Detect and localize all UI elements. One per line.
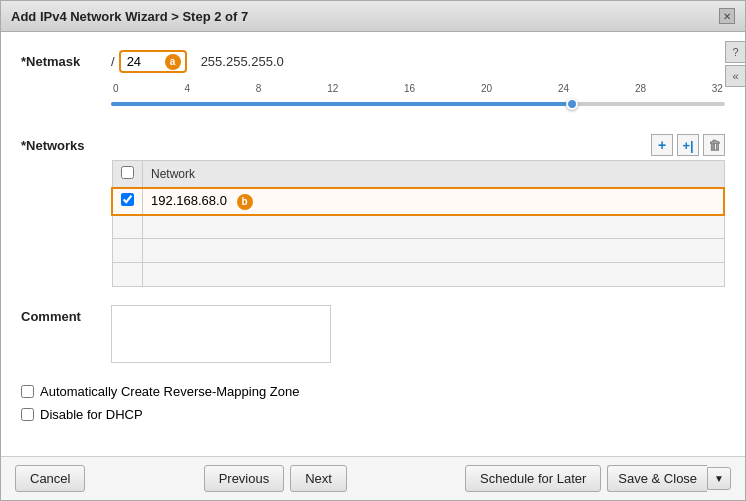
netmask-cidr-display: 255.255.255.0 [201,54,284,69]
reverse-mapping-checkbox[interactable] [21,385,34,398]
netmask-label: *Netmask [21,50,111,69]
footer-center: Previous Next [204,465,347,492]
row-checkbox-cell [112,188,143,215]
cancel-button[interactable]: Cancel [15,465,85,492]
table-row-empty-1 [112,215,724,239]
slash-label: / [111,54,115,69]
slider-fill [111,102,572,106]
empty-value-cell-2 [143,239,725,263]
wizard-content: *Netmask / a 255.255.255.0 0 4 8 [1,32,745,456]
delete-network-button[interactable]: 🗑 [703,134,725,156]
checkbox-section: Automatically Create Reverse-Mapping Zon… [21,384,725,422]
badge-b: b [237,194,253,210]
empty-checkbox-cell-3 [112,263,143,287]
slider-label-4: 4 [184,83,190,94]
empty-value-cell-3 [143,263,725,287]
slider-label-28: 28 [635,83,646,94]
networks-content: + +| 🗑 Network [111,134,725,287]
comment-content [111,305,725,366]
networks-table-header-row: Network [112,161,724,189]
footer: Cancel Previous Next Schedule for Later … [1,456,745,500]
slider-track-wrapper[interactable] [111,96,725,112]
slider-label-12: 12 [327,83,338,94]
reverse-mapping-label: Automatically Create Reverse-Mapping Zon… [40,384,299,399]
footer-left: Cancel [15,465,85,492]
slider-label-32: 32 [712,83,723,94]
reverse-mapping-checkbox-row: Automatically Create Reverse-Mapping Zon… [21,384,725,399]
save-close-button[interactable]: Save & Close [607,465,707,492]
slider-track [111,102,725,106]
row-checkbox[interactable] [121,193,134,206]
networks-toolbar: + +| 🗑 [111,134,725,156]
help-button[interactable]: ? [725,41,745,63]
networks-field-row: *Networks + +| 🗑 [21,134,725,287]
netmask-input[interactable] [125,52,163,71]
close-button[interactable]: ✕ [719,8,735,24]
slider-label-24: 24 [558,83,569,94]
slider-thumb[interactable] [566,98,578,110]
empty-checkbox-cell [112,215,143,239]
slider-label-8: 8 [256,83,262,94]
slider-labels: 0 4 8 12 16 20 24 28 32 [111,83,725,94]
network-address: 192.168.68.0 [151,193,227,208]
save-close-button-group: Save & Close ▼ [607,465,731,492]
side-tabs: ? « [725,41,745,87]
table-row-empty-3 [112,263,724,287]
title-bar: Add IPv4 Network Wizard > Step 2 of 7 ✕ [1,1,745,32]
netmask-field-row: *Netmask / a 255.255.255.0 0 4 8 [21,50,725,116]
select-all-checkbox[interactable] [121,166,134,179]
network-value-cell: 192.168.68.0 b [143,188,725,215]
slider-label-20: 20 [481,83,492,94]
schedule-button[interactable]: Schedule for Later [465,465,601,492]
comment-textarea[interactable] [111,305,331,363]
badge-a: a [165,54,181,70]
disable-dhcp-label: Disable for DHCP [40,407,143,422]
network-column-header: Network [143,161,725,189]
slider-label-0: 0 [113,83,119,94]
networks-table: Network 192.168.68.0 b [111,160,725,287]
collapse-button[interactable]: « [725,65,745,87]
delete-icon: 🗑 [708,138,721,153]
netmask-input-row: / a 255.255.255.0 [111,50,725,73]
comment-field-row: Comment [21,305,725,366]
dialog: Add IPv4 Network Wizard > Step 2 of 7 ✕ … [0,0,746,501]
networks-label: *Networks [21,134,111,153]
next-button[interactable]: Next [290,465,347,492]
slider-label-16: 16 [404,83,415,94]
table-row-empty-2 [112,239,724,263]
header-checkbox-cell [112,161,143,189]
empty-checkbox-cell-2 [112,239,143,263]
disable-dhcp-checkbox-row: Disable for DHCP [21,407,725,422]
previous-button[interactable]: Previous [204,465,285,492]
comment-label: Comment [21,305,111,324]
add-multiple-networks-button[interactable]: +| [677,134,699,156]
save-close-dropdown-button[interactable]: ▼ [707,467,731,490]
netmask-slider-container: 0 4 8 12 16 20 24 28 32 [111,79,725,116]
netmask-content: / a 255.255.255.0 0 4 8 12 16 20 [111,50,725,116]
footer-right: Schedule for Later Save & Close ▼ [465,465,731,492]
table-row[interactable]: 192.168.68.0 b [112,188,724,215]
empty-value-cell [143,215,725,239]
disable-dhcp-checkbox[interactable] [21,408,34,421]
add-network-button[interactable]: + [651,134,673,156]
add-icon: + [658,137,666,153]
dialog-title: Add IPv4 Network Wizard > Step 2 of 7 [11,9,248,24]
add-multiple-icon: +| [682,138,693,153]
netmask-input-wrapper: a [119,50,187,73]
